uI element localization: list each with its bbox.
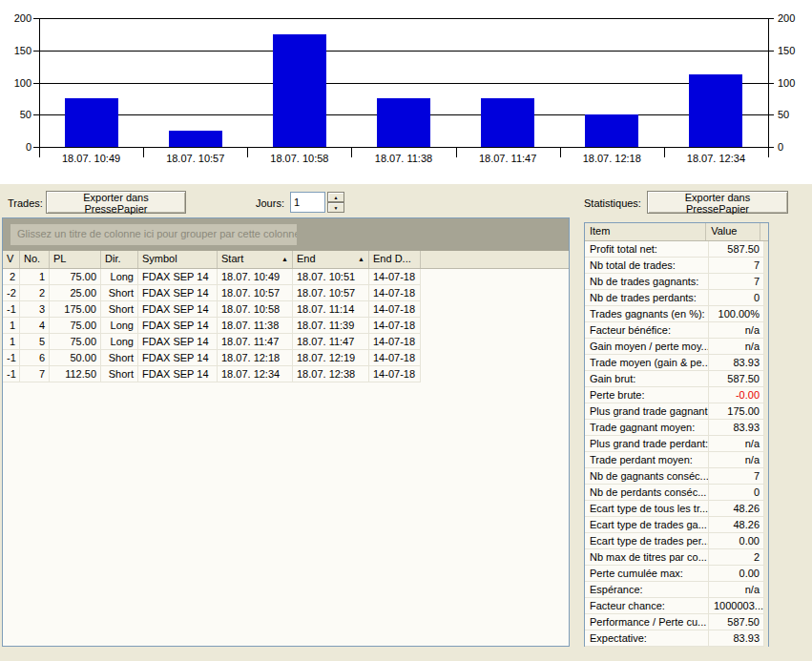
stat-row: Trade perdant moyen:n/a (585, 452, 768, 468)
cell-no: 3 (20, 301, 50, 318)
statistics-list: Item Value Profit total net:587.50Nb tot… (584, 222, 769, 647)
stat-row: Performance / Perte cu...587.50 (585, 614, 768, 630)
y-axis-label-left: 100 (3, 77, 31, 89)
cell-symbol: FDAX SEP 14 (138, 334, 218, 350)
stat-item-value: 7 (709, 274, 764, 290)
cell-symbol: FDAX SEP 14 (138, 269, 218, 285)
chart-bar (273, 34, 326, 147)
statistiques-section-label: Statistiques: (584, 197, 641, 209)
column-header-pl[interactable]: PL (50, 251, 101, 268)
stat-item-label: Plus grand trade perdant: (585, 436, 709, 452)
chart-bar (585, 114, 638, 147)
trade-row[interactable]: 1475.00LongFDAX SEP 1418.07. 11:3818.07.… (3, 318, 569, 334)
x-axis-label: 18.07. 12:18 (560, 153, 664, 165)
stat-row: Espérance:n/a (585, 582, 768, 598)
stat-item-value: 7 (709, 258, 764, 274)
cell-end: 18.07. 11:39 (293, 318, 369, 334)
column-header-symbol[interactable]: Symbol (138, 251, 218, 268)
stat-item-label: Trade moyen (gain & pe... (585, 355, 709, 371)
stat-row-filler (764, 355, 768, 371)
stat-row: Profit total net:587.50 (585, 241, 768, 258)
y-axis-label-right: 0 (778, 141, 783, 153)
stat-row-filler (764, 387, 768, 403)
stat-row-filler (764, 533, 768, 549)
stat-item-value: n/a (709, 436, 764, 452)
column-header-label: No. (24, 253, 40, 264)
stats-export-clipboard-button[interactable]: Exporter dans PressePapier (647, 191, 788, 214)
cell-pl: 75.00 (50, 334, 101, 350)
cell-symbol: FDAX SEP 14 (138, 285, 218, 301)
cell-symbol: FDAX SEP 14 (138, 301, 218, 318)
trade-row[interactable]: -2225.00ShortFDAX SEP 1418.07. 10:5718.0… (3, 285, 569, 301)
column-header-end_d[interactable]: End D... (369, 251, 421, 268)
spinner-down-icon[interactable]: ▼ (327, 202, 344, 213)
column-header-value[interactable]: Value (706, 223, 760, 240)
cell-pl: 25.00 (50, 285, 101, 301)
cell-start: 18.07. 12:34 (218, 366, 293, 382)
cell-end: 18.07. 12:38 (293, 366, 369, 382)
cell-pl: 175.00 (50, 301, 101, 318)
stat-row: Nb de trades gagnants:7 (585, 274, 768, 290)
cell-v: -1 (3, 301, 20, 318)
cell-v: 1 (3, 318, 20, 334)
column-header-item[interactable]: Item (585, 223, 706, 240)
stat-row: Facteur bénéfice:n/a (585, 322, 768, 339)
stat-item-label: Nb de trades perdants: (585, 290, 709, 306)
stat-item-label: Ecart type de trades ga... (585, 517, 709, 533)
column-header-no[interactable]: No. (20, 251, 50, 268)
cell-v: -1 (3, 366, 20, 382)
stat-row-filler (764, 630, 768, 647)
jours-input[interactable] (290, 192, 325, 213)
stat-row: Trade gagnant moyen:83.93 (585, 420, 768, 436)
stat-row: Perte brute:-0.00 (585, 387, 768, 403)
stat-row-filler (764, 306, 768, 322)
y-axis-label-left: 0 (3, 141, 31, 153)
stat-item-label: Nb total de trades: (585, 258, 709, 274)
stat-row-filler (764, 290, 768, 306)
stat-item-label: Espérance: (585, 582, 709, 598)
stat-item-value: 587.50 (709, 371, 764, 387)
y-axis-label-left: 50 (3, 109, 31, 120)
trade-row[interactable]: 2175.00LongFDAX SEP 1418.07. 10:4918.07.… (3, 269, 569, 285)
sort-asc-icon: ▲ (358, 255, 364, 263)
stat-item-label: Facteur bénéfice: (585, 322, 709, 339)
trade-row[interactable]: 1575.00LongFDAX SEP 1418.07. 11:4718.07.… (3, 334, 569, 350)
stat-item-value: 587.50 (709, 614, 764, 630)
trade-row[interactable]: -1650.00ShortFDAX SEP 1418.07. 12:1818.0… (3, 350, 569, 366)
cell-end: 18.07. 12:19 (293, 350, 369, 366)
cell-no: 4 (20, 318, 50, 334)
cell-v: 2 (3, 269, 20, 285)
stat-item-label: Profit total net: (585, 241, 709, 258)
cell-end_d: 14-07-18 (369, 301, 421, 318)
cell-end: 18.07. 11:47 (293, 334, 369, 350)
x-axis-label: 18.07. 10:58 (247, 153, 351, 165)
stat-item-label: Trade gagnant moyen: (585, 420, 709, 436)
column-header-label: End D... (373, 253, 411, 264)
trade-row[interactable]: -13175.00ShortFDAX SEP 1418.07. 10:5818.… (3, 301, 569, 318)
stat-row: Ecart type de trades per...0.00 (585, 533, 768, 549)
cell-start: 18.07. 11:47 (218, 334, 293, 350)
stat-row: Perte cumulée max:0.00 (585, 566, 768, 582)
column-header-dir[interactable]: Dir. (101, 251, 138, 268)
chart-bar (689, 74, 742, 147)
stat-row-filler (764, 322, 768, 339)
column-header-v[interactable]: V (3, 251, 20, 268)
cell-pl: 112.50 (50, 366, 101, 382)
y-axis-label-right: 50 (778, 109, 789, 120)
stat-item-value: 83.93 (709, 630, 764, 647)
column-header-label: PL (53, 253, 66, 264)
y-grid-line (39, 147, 768, 148)
chart-bar (481, 98, 534, 147)
chart-bar (65, 98, 118, 147)
spinner-up-icon[interactable]: ▲ (327, 192, 344, 202)
pl-bar-chart: 00505010010015015020020018.07. 10:4918.0… (0, 0, 812, 184)
trade-row[interactable]: -17112.50ShortFDAX SEP 1418.07. 12:3418.… (3, 366, 569, 382)
cell-v: 1 (3, 334, 20, 350)
cell-symbol: FDAX SEP 14 (138, 318, 218, 334)
stat-row-filler (764, 452, 768, 468)
column-header-start[interactable]: Start▲ (218, 251, 293, 268)
stat-item-value: 2 (709, 549, 764, 566)
column-header-end[interactable]: End▲ (293, 251, 369, 268)
trades-export-clipboard-button[interactable]: Exporter dans PressePapier (46, 191, 186, 214)
cell-end: 18.07. 10:51 (293, 269, 369, 285)
